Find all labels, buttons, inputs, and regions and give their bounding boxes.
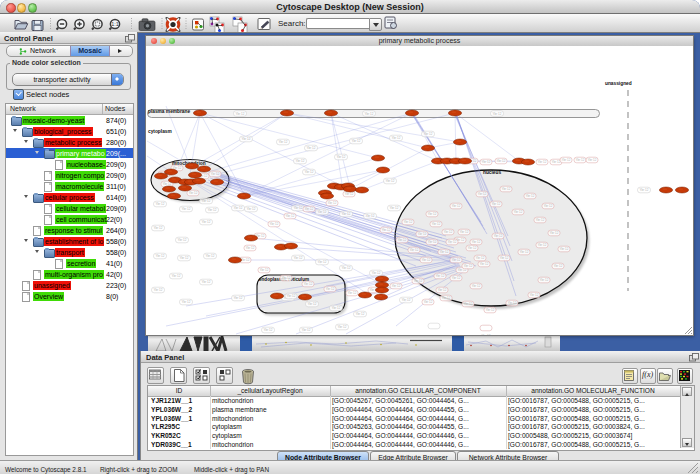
svg-text:1:1: 1:1	[111, 21, 119, 27]
svg-text:Ybr 12: Ybr 12	[448, 240, 457, 244]
svg-text:Ybr 12: Ybr 12	[538, 160, 547, 164]
svg-text:Ybr 12: Ybr 12	[540, 278, 549, 282]
svg-text:Ybr 12: Ybr 12	[442, 296, 451, 300]
svg-text:Ybr 12: Ybr 12	[286, 214, 295, 218]
svg-text:Ybr 12: Ybr 12	[550, 231, 559, 235]
svg-text:Ybr 12: Ybr 12	[386, 179, 395, 183]
svg-text:Ybr 12: Ybr 12	[206, 254, 215, 258]
svg-text:Ybr 12: Ybr 12	[472, 284, 481, 288]
svg-text:Ybr 12: Ybr 12	[382, 228, 391, 232]
svg-text:Ybr 12: Ybr 12	[536, 218, 545, 222]
svg-text:Ybr 12: Ybr 12	[560, 247, 569, 251]
svg-text:Ybr 12: Ybr 12	[302, 328, 311, 332]
svg-text:nucleus: nucleus	[483, 170, 501, 175]
svg-text:Ybr 12: Ybr 12	[486, 308, 495, 312]
svg-text:Ybr 12: Ybr 12	[182, 207, 191, 211]
svg-text:Ybr 12: Ybr 12	[345, 192, 354, 196]
svg-text:Ybr 12: Ybr 12	[390, 206, 399, 210]
svg-text:plasma membrane: plasma membrane	[148, 109, 190, 114]
svg-text:Ybr 12: Ybr 12	[452, 276, 461, 280]
svg-text:Ybr 12: Ybr 12	[538, 243, 547, 247]
svg-text:Ybr 12: Ybr 12	[404, 220, 413, 224]
svg-text:Ybr 12: Ybr 12	[247, 207, 256, 211]
svg-text:Ybr 12: Ybr 12	[154, 226, 163, 230]
svg-text:Ybr 12: Ybr 12	[241, 258, 250, 262]
svg-text:Ybr 12: Ybr 12	[414, 279, 423, 283]
svg-text:Ybr 12: Ybr 12	[372, 271, 381, 275]
svg-text:Ybr 12: Ybr 12	[444, 230, 453, 234]
svg-text:Ybr 12: Ybr 12	[402, 298, 411, 302]
svg-text:Ybr 12: Ybr 12	[270, 222, 279, 226]
svg-text:Ybr 12: Ybr 12	[502, 187, 511, 191]
svg-text:Ybr 12: Ybr 12	[526, 194, 535, 198]
svg-text:Ybr 12: Ybr 12	[544, 204, 553, 208]
svg-text:Ybr 12: Ybr 12	[348, 291, 357, 295]
svg-text:Ybr 12: Ybr 12	[476, 256, 485, 260]
svg-text:Ybr 12: Ybr 12	[424, 300, 433, 304]
svg-text:Ybr 12: Ybr 12	[428, 240, 437, 244]
svg-text:Ybr 12: Ybr 12	[318, 210, 327, 214]
svg-text:Ybr 12: Ybr 12	[432, 222, 441, 226]
svg-text:Ybr 12: Ybr 12	[422, 258, 431, 262]
svg-text:Ybr 12: Ybr 12	[287, 294, 296, 298]
svg-text:Ybr 12: Ybr 12	[180, 256, 189, 260]
svg-text:Ybr 12: Ybr 12	[156, 254, 165, 258]
svg-text:Ybr 12: Ybr 12	[452, 204, 461, 208]
svg-text:Ybr 12: Ybr 12	[342, 212, 351, 216]
svg-text:Ybr 12: Ybr 12	[472, 240, 481, 244]
svg-text:Ybr 12: Ybr 12	[234, 296, 243, 300]
svg-text:Ybr 12: Ybr 12	[452, 258, 461, 262]
svg-text:Ybr 12: Ybr 12	[392, 284, 401, 288]
svg-text:Ybr 12: Ybr 12	[464, 302, 473, 306]
svg-text:Ybr 12: Ybr 12	[588, 158, 597, 162]
svg-text:Ybr 12: Ybr 12	[189, 191, 198, 195]
svg-text:Ybr 12: Ybr 12	[304, 282, 313, 286]
svg-text:Ybr 12: Ybr 12	[182, 300, 191, 304]
svg-text:Ybr 12: Ybr 12	[440, 250, 449, 254]
svg-text:Ybr 12: Ybr 12	[494, 234, 503, 238]
svg-text:Ybr 12: Ybr 12	[352, 139, 361, 143]
svg-text:Ybr 12: Ybr 12	[296, 159, 305, 163]
svg-text:Ybr 12: Ybr 12	[554, 264, 563, 268]
svg-text:Ybr 12: Ybr 12	[332, 306, 341, 310]
svg-text:Ybr 12: Ybr 12	[279, 140, 288, 144]
svg-text:Ybr 12: Ybr 12	[208, 208, 217, 212]
svg-text:Ybr 12: Ybr 12	[202, 280, 211, 284]
svg-text:Ybr 12: Ybr 12	[398, 238, 407, 242]
svg-text:unassigned: unassigned	[605, 81, 632, 86]
svg-text:Ybr 12: Ybr 12	[418, 232, 427, 236]
svg-text:Ybr 12: Ybr 12	[305, 170, 314, 174]
svg-text:Ybr 12: Ybr 12	[428, 212, 437, 216]
svg-text:Ybr 12: Ybr 12	[392, 136, 401, 140]
svg-text:Ybr 12: Ybr 12	[552, 160, 561, 164]
svg-text:Ybr 12: Ybr 12	[236, 112, 245, 116]
svg-text:Ybr 12: Ybr 12	[305, 207, 314, 211]
svg-text:Ybr 12: Ybr 12	[514, 210, 523, 214]
svg-text:Ybr 12: Ybr 12	[497, 159, 506, 163]
svg-text:Ybr 12: Ybr 12	[172, 274, 181, 278]
svg-text:Ybr 12: Ybr 12	[260, 268, 269, 272]
svg-text:Ybr 12: Ybr 12	[178, 238, 187, 242]
svg-text:Ybr 12: Ybr 12	[338, 325, 347, 329]
svg-text:Ybr 12: Ybr 12	[328, 201, 337, 205]
svg-text:Ybr 12: Ybr 12	[282, 276, 291, 280]
svg-text:Ybr 12: Ybr 12	[424, 132, 433, 136]
svg-text:Ybr 12: Ybr 12	[480, 262, 489, 266]
svg-text:Ybr 12: Ybr 12	[356, 312, 365, 316]
svg-text:Ybr 12: Ybr 12	[365, 112, 374, 116]
svg-text:Ybr 12: Ybr 12	[468, 246, 477, 250]
svg-text:Ybr 12: Ybr 12	[436, 274, 445, 278]
svg-text:Ybr 12: Ybr 12	[640, 188, 649, 192]
svg-text:Ybr 12: Ybr 12	[530, 293, 539, 297]
svg-text:Ybr 12: Ybr 12	[242, 137, 251, 141]
svg-text:Ybr 12: Ybr 12	[520, 250, 529, 254]
svg-text:Ybr 12: Ybr 12	[482, 334, 491, 335]
svg-text:Ybr 12: Ybr 12	[460, 230, 469, 234]
svg-text:Ybr 12: Ybr 12	[294, 256, 303, 260]
svg-text:Ybr 12: Ybr 12	[410, 248, 419, 252]
svg-text:Ybr 12: Ybr 12	[492, 202, 501, 206]
svg-text:cytoplasm: cytoplasm	[148, 129, 172, 134]
svg-text:Ybr 12: Ybr 12	[264, 328, 273, 332]
svg-text:Ybr 12: Ybr 12	[202, 199, 211, 203]
svg-text:Ybr 12: Ybr 12	[318, 260, 327, 264]
